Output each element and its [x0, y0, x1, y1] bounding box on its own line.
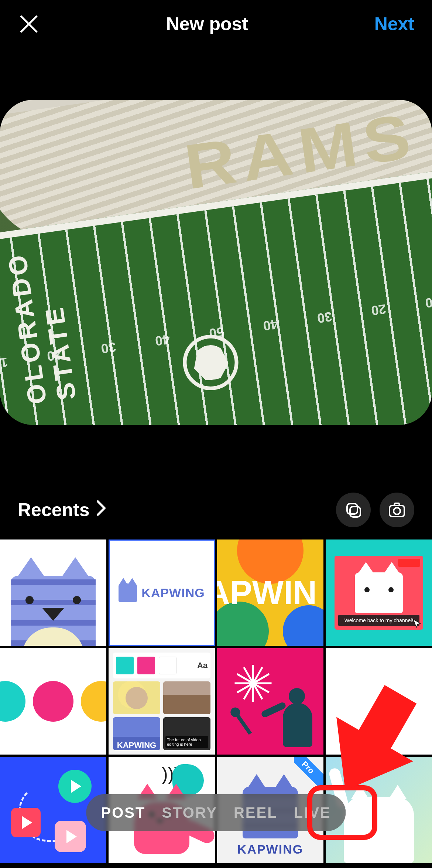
- yard-marker: 40: [262, 316, 279, 334]
- yard-marker: 10: [424, 293, 432, 311]
- mode-story[interactable]: STORY: [162, 804, 217, 821]
- camera-icon: [388, 501, 406, 519]
- svg-rect-2: [347, 504, 357, 514]
- subscribe-badge-icon: [398, 559, 420, 567]
- grid-thumb[interactable]: [0, 648, 106, 755]
- header: New post Next: [0, 0, 432, 48]
- preview-area[interactable]: RAMS 10 20 30 40 50 40 30 20 10 OLORADO …: [0, 48, 432, 477]
- album-picker[interactable]: Recents: [18, 499, 107, 521]
- thumb-banner-text: Welcome back to my channel!: [338, 615, 419, 626]
- thumb-text: KAPWING: [141, 586, 205, 600]
- svg-rect-3: [350, 507, 360, 517]
- album-row: Recents: [0, 491, 432, 528]
- page-title: New post: [166, 13, 248, 35]
- grid-thumb[interactable]: APWIN: [217, 539, 323, 646]
- thumb-text: KAPWING: [237, 842, 303, 857]
- next-button[interactable]: Next: [374, 13, 414, 35]
- pro-badge: Pro: [294, 757, 323, 786]
- mode-live[interactable]: LIVE: [294, 804, 331, 821]
- thumb-text: APWIN: [217, 574, 317, 612]
- yard-marker: 10: [0, 354, 9, 372]
- multi-select-button[interactable]: [336, 493, 371, 527]
- close-icon: [18, 14, 39, 34]
- chevron-right-icon: [96, 500, 107, 520]
- album-label: Recents: [18, 499, 90, 521]
- grid-thumb[interactable]: Aa KAPWING The future of video editing i…: [109, 648, 215, 755]
- thumb-aa-label: Aa: [197, 661, 208, 670]
- yard-marker: 20: [370, 301, 387, 319]
- multi-select-icon: [345, 501, 362, 518]
- selected-media-preview[interactable]: RAMS 10 20 30 40 50 40 30 20 10 OLORADO …: [0, 100, 432, 425]
- yard-marker: 30: [316, 309, 333, 326]
- yard-marker: 40: [154, 331, 171, 349]
- camera-button[interactable]: [380, 493, 414, 527]
- grid-thumb[interactable]: [326, 648, 432, 755]
- singer-icon: [268, 688, 312, 747]
- close-button[interactable]: [18, 13, 40, 35]
- yard-marker: 30: [100, 339, 117, 356]
- thumb-tagline: The future of video editing is here: [165, 736, 208, 748]
- sparkle-icon: [230, 661, 274, 705]
- thumb-text: KAPWING: [113, 717, 160, 750]
- microphone-icon: [234, 711, 252, 735]
- svg-point-5: [394, 508, 400, 514]
- album-actions: [336, 493, 414, 527]
- kapwing-logo-icon: [119, 583, 137, 602]
- play-icon: [11, 808, 41, 837]
- cursor-icon: [412, 619, 422, 628]
- mode-reel[interactable]: REEL: [234, 804, 278, 821]
- grid-thumb[interactable]: [217, 648, 323, 755]
- mode-post[interactable]: POST: [101, 804, 145, 821]
- grid-thumb-selected[interactable]: KAPWING: [109, 539, 215, 646]
- play-icon: [58, 770, 92, 803]
- grid-thumb[interactable]: [0, 539, 106, 646]
- grid-thumb[interactable]: Welcome back to my channel!: [326, 539, 432, 646]
- play-icon: [55, 821, 86, 852]
- mode-selector: POST STORY REEL LIVE: [86, 794, 346, 831]
